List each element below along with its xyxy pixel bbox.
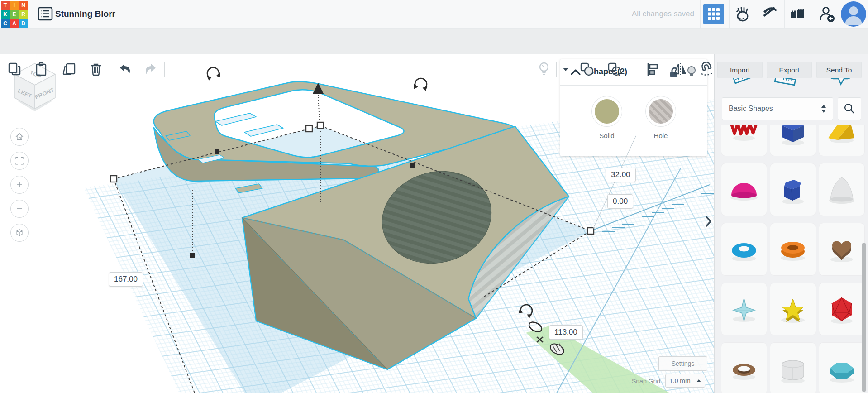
mode-bricks-button[interactable] [787,4,807,24]
user-avatar[interactable] [841,1,866,27]
settings-button[interactable]: Settings [658,356,707,371]
trash-icon [88,62,104,77]
undo-button[interactable] [116,60,134,78]
shape-tile-paraboloid[interactable] [819,163,865,216]
ungroup-icon [606,60,624,78]
corner-handle [110,176,117,182]
shape-tile-box[interactable] [770,125,816,156]
shape-tile-tube[interactable] [770,223,816,276]
logo-tile: R [19,10,28,19]
home-view-button[interactable] [10,128,29,146]
edge-handle [190,253,195,258]
tinkercad-logo[interactable]: T I N K E R C A D [0,0,26,28]
top-bar: T I N K E R C A D Stunning Blorr All cha… [0,0,868,29]
shape-tile-hexagon[interactable] [819,342,865,393]
mode-3d-design-button[interactable] [703,4,724,24]
torus-icon [726,231,762,268]
logo-tile: A [10,19,19,28]
hole-swatch[interactable] [649,99,673,124]
flip-button[interactable] [671,60,689,78]
logo-tile: C [1,19,10,28]
polygon-icon [775,172,811,208]
add-person-icon [817,5,836,24]
invite-button[interactable] [817,4,837,24]
zoom-in-button[interactable] [10,176,29,194]
shape-tile-roof[interactable] [819,125,865,156]
shape-tile-dice[interactable] [770,342,816,393]
shape-tile-heart[interactable] [819,223,865,276]
four-point-star-icon [726,291,762,327]
bricks-icon [788,5,806,23]
ungroup-button[interactable] [606,60,624,78]
tinkercad-app: 167.00 32.00 0.00 113.00 TOP LEFT FRONT [0,0,868,393]
shape-tile-icosahedron[interactable] [819,283,865,335]
shape-tile-four-point-star[interactable] [721,283,767,335]
shape-search-button[interactable] [838,97,861,120]
dimension-depth-label[interactable]: 113.00 [549,325,583,340]
align-button[interactable] [644,60,662,78]
caret-up-icon [696,379,701,383]
duplicate-button[interactable] [60,60,78,78]
shape-tile-star[interactable] [770,283,816,335]
adjust-button[interactable] [535,60,553,78]
zoom-out-button[interactable] [10,200,29,218]
copy-icon [7,62,22,77]
undo-icon [117,61,133,77]
flip-mirror-icon [671,60,689,78]
shape-tile-scribble[interactable] [721,125,767,156]
ring-icon [726,351,762,387]
sim-hand-icon [733,5,751,23]
shape-category-value: Basic Shapes [729,105,773,113]
dimension-elevation-label[interactable]: 0.00 [607,194,633,209]
send-to-button[interactable]: Send To [816,62,862,78]
paste-icon [33,62,49,77]
edge-handle [410,163,415,168]
design-title[interactable]: Stunning Blorr [55,0,115,28]
home-icon [14,131,25,143]
scribble-icon [726,125,762,148]
select-carets-icon [821,104,826,113]
perspective-toggle-button[interactable] [10,224,29,242]
snap-grid-dropdown[interactable]: 1.0 mm [665,374,705,388]
redo-icon [143,61,159,77]
fit-view-icon [14,155,25,167]
import-button[interactable]: Import [717,62,763,78]
panel-expand-chevron[interactable] [704,215,712,230]
logo-tile: T [1,1,10,10]
snap-magnet-button[interactable] [698,60,716,78]
hole-label: Hole [647,132,674,139]
logo-tile: D [19,19,28,28]
mode-blocks-button[interactable] [760,4,780,24]
dimension-height-label[interactable]: 32.00 [606,168,636,182]
group-button[interactable] [578,60,596,78]
solid-label: Solid [593,132,620,139]
duplicate-icon [61,62,76,77]
shape-tile-polygon[interactable] [770,163,816,216]
shape-tile-torus[interactable] [721,223,767,276]
dice-icon [775,351,811,387]
hexagon-icon [824,351,860,387]
delete-button[interactable] [87,60,105,78]
adjust-dropdown-caret[interactable] [557,60,575,78]
shape-gallery [715,125,868,393]
copy-button[interactable] [5,60,24,78]
design-menu-icon[interactable] [37,6,53,22]
tube-icon [775,231,811,268]
edge-handle [215,149,219,154]
logo-tile: I [10,1,19,10]
star-icon [775,291,811,327]
logo-tile: E [10,10,19,19]
redo-button[interactable] [142,60,160,78]
gallery-scrollbar[interactable] [862,243,866,392]
pickaxe-icon [761,5,779,23]
fit-view-button[interactable] [10,152,29,170]
mode-sim-button[interactable] [732,4,752,24]
paste-button[interactable] [32,60,50,78]
dimension-width-label[interactable]: 167.00 [109,272,143,287]
export-button[interactable]: Export [767,62,812,78]
shape-category-select[interactable]: Basic Shapes [722,97,833,120]
shape-tile-half-sphere[interactable] [721,163,767,216]
lightbulb-tool-icon [536,61,552,77]
solid-swatch[interactable] [595,99,619,124]
shape-tile-ring[interactable] [721,342,767,393]
